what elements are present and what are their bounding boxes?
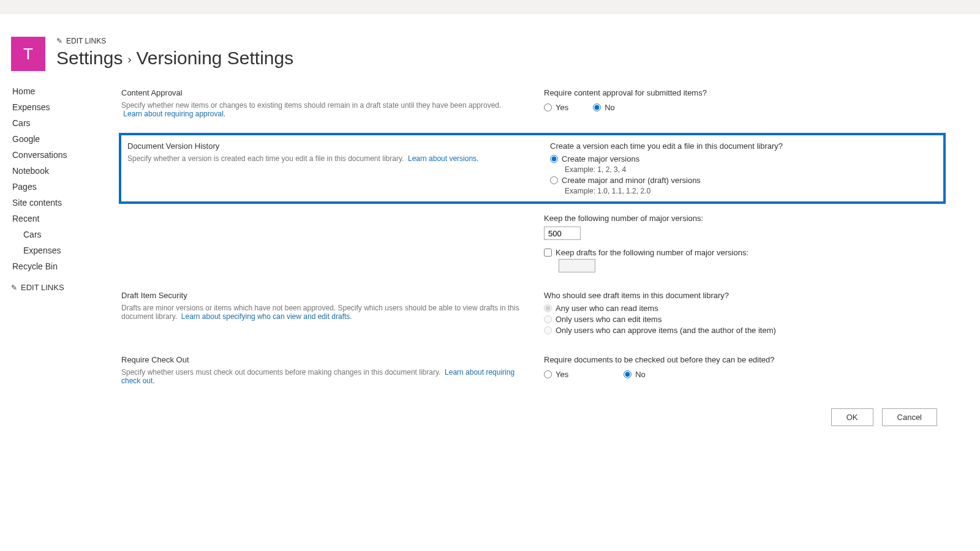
content-approval-no[interactable]: No bbox=[593, 103, 615, 112]
section-draft-security: Draft Item Security Drafts are minor ver… bbox=[121, 287, 943, 351]
version-major-radio[interactable] bbox=[550, 155, 558, 163]
version-minor-option[interactable]: Create major and minor (draft) versions bbox=[550, 176, 937, 185]
settings-content: Content Approval Specify whether new ite… bbox=[121, 83, 980, 426]
nav-pages[interactable]: Pages bbox=[11, 179, 115, 195]
content-approval-question: Require content approval for submitted i… bbox=[544, 88, 943, 97]
nav-recent-expenses[interactable]: Expenses bbox=[11, 242, 115, 258]
draft-approve-option: Only users who can approve items (and th… bbox=[544, 326, 943, 335]
draft-any-option: Any user who can read items bbox=[544, 304, 943, 313]
nav-notebook[interactable]: Notebook bbox=[11, 163, 115, 179]
section-content-approval: Content Approval Specify whether new ite… bbox=[121, 83, 943, 133]
checkout-desc: Specify whether users must check out doc… bbox=[121, 368, 519, 385]
ok-button[interactable]: OK bbox=[831, 408, 873, 426]
pencil-icon: ✎ bbox=[56, 37, 62, 45]
nav-recycle-bin[interactable]: Recycle Bin bbox=[11, 258, 115, 274]
draft-approve-radio bbox=[544, 326, 552, 334]
nav-google[interactable]: Google bbox=[11, 131, 115, 147]
content-approval-desc: Specify whether new items or changes to … bbox=[121, 101, 519, 118]
keep-major-label: Keep the following number of major versi… bbox=[544, 214, 943, 223]
section-version-history: Document Version History Specify whether… bbox=[119, 133, 946, 204]
draft-any-radio bbox=[544, 304, 552, 312]
version-major-example: Example: 1, 2, 3, 4 bbox=[565, 165, 937, 174]
content-approval-no-radio[interactable] bbox=[593, 103, 601, 111]
site-logo-letter: T bbox=[23, 45, 33, 64]
content-approval-yes[interactable]: Yes bbox=[544, 103, 568, 112]
checkout-title: Require Check Out bbox=[121, 355, 519, 364]
nav-site-contents[interactable]: Site contents bbox=[11, 195, 115, 211]
version-history-question: Create a version each time you edit a fi… bbox=[550, 141, 937, 151]
nav-expenses[interactable]: Expenses bbox=[11, 99, 115, 115]
checkout-no-radio[interactable] bbox=[624, 370, 631, 378]
pencil-icon: ✎ bbox=[11, 283, 17, 292]
content-approval-title: Content Approval bbox=[121, 88, 519, 97]
edit-links-label: EDIT LINKS bbox=[66, 37, 106, 45]
chevron-right-icon: › bbox=[127, 53, 131, 66]
draft-edit-option: Only users who can edit items bbox=[544, 315, 943, 324]
draft-security-question: Who should see draft items in this docum… bbox=[544, 291, 943, 300]
edit-links-side-label: EDIT LINKS bbox=[21, 283, 64, 292]
nav-conversations[interactable]: Conversations bbox=[11, 147, 115, 163]
version-minor-radio[interactable] bbox=[550, 176, 558, 184]
version-major-option[interactable]: Create major versions bbox=[550, 154, 937, 163]
version-history-learn-link[interactable]: Learn about versions. bbox=[408, 154, 478, 163]
version-minor-example: Example: 1.0, 1.1, 1.2, 2.0 bbox=[565, 187, 937, 195]
version-history-desc: Specify whether a version is created eac… bbox=[127, 154, 526, 163]
nav-home[interactable]: Home bbox=[11, 83, 115, 99]
edit-links-top[interactable]: ✎ EDIT LINKS bbox=[56, 37, 293, 45]
keep-major-input[interactable] bbox=[544, 227, 581, 240]
site-logo-tile[interactable]: T bbox=[11, 37, 45, 71]
left-nav: Home Expenses Cars Google Conversations … bbox=[11, 83, 121, 426]
keep-drafts-input bbox=[559, 259, 595, 272]
suite-bar bbox=[0, 0, 980, 13]
version-history-title: Document Version History bbox=[127, 141, 526, 151]
draft-security-learn-link[interactable]: Learn about specifying who can view and … bbox=[181, 312, 352, 321]
draft-security-desc: Drafts are minor versions or items which… bbox=[121, 304, 519, 321]
keep-drafts-option[interactable]: Keep drafts for the following number of … bbox=[544, 248, 943, 257]
footer-buttons: OK Cancel bbox=[121, 400, 943, 426]
nav-cars[interactable]: Cars bbox=[11, 115, 115, 131]
checkout-question: Require documents to be checked out befo… bbox=[544, 355, 943, 364]
draft-security-title: Draft Item Security bbox=[121, 291, 519, 300]
checkout-yes[interactable]: Yes bbox=[544, 370, 568, 379]
checkout-no[interactable]: No bbox=[624, 370, 646, 379]
page-header: T ✎ EDIT LINKS Settings › Versioning Set… bbox=[11, 37, 980, 71]
content-approval-learn-link[interactable]: Learn about requiring approval. bbox=[123, 110, 225, 118]
breadcrumb: Settings › Versioning Settings bbox=[56, 48, 293, 69]
breadcrumb-current: Versioning Settings bbox=[136, 48, 293, 69]
draft-edit-radio bbox=[544, 315, 552, 323]
edit-links-side[interactable]: ✎ EDIT LINKS bbox=[11, 283, 115, 292]
section-checkout: Require Check Out Specify whether users … bbox=[121, 351, 943, 400]
checkout-yes-radio[interactable] bbox=[544, 370, 552, 378]
cancel-button[interactable]: Cancel bbox=[882, 408, 937, 426]
breadcrumb-root[interactable]: Settings bbox=[56, 48, 123, 69]
page: T ✎ EDIT LINKS Settings › Versioning Set… bbox=[0, 13, 980, 451]
nav-recent[interactable]: Recent bbox=[11, 211, 115, 227]
content-approval-yes-radio[interactable] bbox=[544, 103, 552, 111]
keep-drafts-checkbox[interactable] bbox=[544, 249, 552, 257]
section-keep-versions: Keep the following number of major versi… bbox=[121, 214, 943, 287]
nav-recent-cars[interactable]: Cars bbox=[11, 227, 115, 242]
